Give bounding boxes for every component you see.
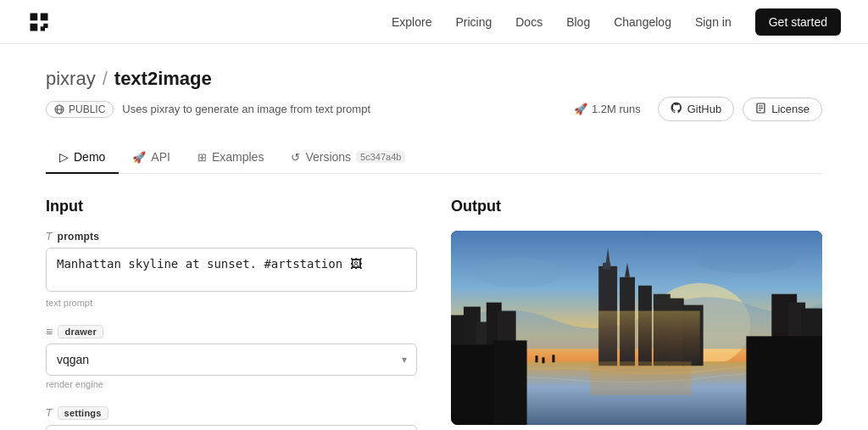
github-icon [670, 102, 682, 116]
svg-rect-1 [31, 23, 38, 31]
prompts-label: prompts [58, 231, 100, 243]
nav-changelog[interactable]: Changelog [614, 15, 671, 29]
tab-api[interactable]: 🚀 API [119, 142, 184, 174]
github-button[interactable]: GitHub [658, 97, 734, 121]
demo-play-icon: ▷ [59, 150, 69, 164]
drawer-label-row: ≡ drawer [46, 325, 417, 338]
svg-rect-39 [542, 357, 545, 363]
prompts-field: T prompts text prompt [46, 231, 417, 308]
version-badge: 5c347a4b [356, 151, 405, 163]
visibility-label: PUBLIC [69, 103, 105, 115]
drawer-field: ≡ drawer vqgan pixel clipdraw line_sketc… [46, 325, 417, 389]
license-button[interactable]: License [743, 98, 822, 121]
output-title: Output [451, 198, 822, 215]
versions-icon: ↺ [291, 151, 300, 164]
drawer-icon: ≡ [46, 325, 53, 338]
prompts-type-indicator: T [46, 231, 53, 243]
breadcrumb-owner[interactable]: pixray [46, 68, 96, 90]
globe-icon [54, 104, 64, 114]
svg-rect-2 [41, 13, 48, 20]
engine-select-wrapper: vqgan pixel clipdraw line_sketch ▾ [46, 343, 417, 376]
settings-field: T settings [46, 406, 417, 430]
nav-docs[interactable]: Docs [515, 15, 542, 29]
meta-row: PUBLIC Uses pixray to generate an image … [46, 97, 822, 121]
settings-label: settings [58, 406, 108, 420]
settings-input[interactable] [46, 425, 417, 430]
page-content: pixray / text2image PUBLIC Uses pixray t… [19, 44, 849, 430]
visibility-badge: PUBLIC [46, 101, 114, 118]
prompts-hint: text prompt [46, 298, 417, 308]
tab-versions-label: Versions [305, 150, 351, 164]
tab-demo[interactable]: ▷ Demo [46, 142, 119, 174]
github-label: GitHub [687, 103, 721, 115]
output-image-container [451, 231, 822, 425]
input-panel: Input T prompts text prompt ≡ drawer v [46, 198, 417, 430]
license-label: License [771, 103, 810, 115]
tab-api-label: API [151, 150, 170, 164]
svg-rect-35 [493, 340, 527, 425]
meta-right: 🚀 1.2M runs GitHub [565, 97, 822, 121]
settings-label-row: T settings [46, 406, 417, 420]
engine-hint: render engine [46, 379, 417, 389]
svg-point-42 [696, 248, 797, 273]
runs-count: 1.2M runs [592, 103, 641, 115]
nav-blog[interactable]: Blog [566, 15, 590, 29]
settings-type-indicator: T [46, 407, 53, 419]
tab-versions[interactable]: ↺ Versions 5c347a4b [277, 142, 419, 174]
svg-rect-33 [598, 311, 699, 366]
svg-point-41 [476, 258, 561, 288]
breadcrumb: pixray / text2image [46, 68, 822, 90]
prompts-input[interactable] [46, 248, 417, 292]
svg-rect-23 [603, 263, 610, 270]
nav-pricing[interactable]: Pricing [455, 15, 492, 29]
sign-in-button[interactable]: Sign in [695, 15, 732, 29]
main-content: Input T prompts text prompt ≡ drawer v [46, 198, 822, 430]
input-title: Input [46, 198, 417, 215]
tabs: ▷ Demo 🚀 API ⊞ Examples ↺ Versions 5c347… [46, 142, 822, 174]
rocket-icon: 🚀 [574, 103, 587, 115]
svg-rect-37 [590, 361, 691, 395]
get-started-button[interactable]: Get started [755, 8, 841, 36]
breadcrumb-separator: / [103, 68, 108, 90]
meta-left: PUBLIC Uses pixray to generate an image … [46, 101, 370, 118]
main-nav: Explore Pricing Docs Blog Changelog Sign… [392, 8, 841, 36]
svg-rect-4 [41, 26, 45, 31]
output-panel: Output [451, 198, 822, 430]
runs-button: 🚀 1.2M runs [565, 98, 649, 120]
svg-rect-38 [536, 355, 538, 362]
engine-select[interactable]: vqgan pixel clipdraw line_sketch [46, 343, 417, 376]
logo[interactable] [27, 10, 51, 34]
drawer-badge: drawer [58, 325, 103, 338]
tab-examples-label: Examples [212, 150, 264, 164]
svg-rect-0 [31, 13, 38, 20]
svg-rect-40 [552, 355, 554, 362]
tab-demo-label: Demo [74, 150, 105, 164]
nav-explore[interactable]: Explore [392, 15, 431, 29]
api-icon: 🚀 [132, 151, 146, 164]
license-icon [755, 103, 766, 116]
model-description: Uses pixray to generate an image from te… [122, 103, 370, 115]
svg-rect-36 [746, 336, 822, 425]
breadcrumb-repo: text2image [114, 68, 212, 90]
output-image [451, 231, 822, 425]
prompts-label-row: T prompts [46, 231, 417, 243]
examples-icon: ⊞ [198, 151, 207, 164]
tab-examples[interactable]: ⊞ Examples [184, 142, 277, 174]
